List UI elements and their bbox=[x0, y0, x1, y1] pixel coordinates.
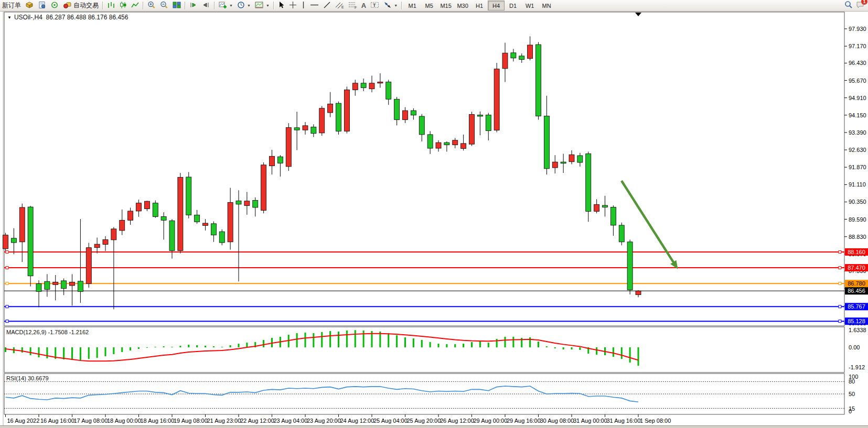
candle-bear bbox=[219, 232, 224, 243]
svg-text:96.430: 96.430 bbox=[849, 60, 866, 66]
candle-bull bbox=[436, 142, 441, 148]
candle-bear bbox=[169, 221, 175, 250]
tab-timeframe-m5[interactable]: M5 bbox=[421, 1, 437, 10]
price-axis-badge-label: 86.780 bbox=[848, 280, 865, 287]
candle-bull bbox=[403, 111, 408, 119]
line-chart-button[interactable] bbox=[129, 1, 141, 10]
auto-scroll-button[interactable] bbox=[187, 1, 200, 10]
candle-bull bbox=[244, 201, 250, 206]
periods-clock-icon bbox=[237, 1, 245, 10]
svg-text:E: E bbox=[341, 5, 344, 9]
chart-title-bar[interactable]: ▼ USOil-,H4 86.287 86.488 86.176 86.456 bbox=[7, 14, 128, 21]
candle-bear bbox=[336, 103, 341, 131]
date-label: 16 Aug 16:00 bbox=[40, 418, 74, 424]
zoom-in-icon bbox=[147, 1, 156, 10]
macd-scale-label: -1.912 bbox=[849, 364, 865, 370]
tab-timeframe-w1[interactable]: W1 bbox=[521, 1, 538, 10]
toolbar-separator bbox=[273, 2, 274, 9]
candle-bull bbox=[270, 156, 275, 166]
price-axis-badge-label: 85.767 bbox=[848, 303, 865, 310]
add-indicator-button[interactable]: ▼ bbox=[217, 1, 235, 10]
candle-bear bbox=[211, 224, 216, 235]
candle-bear bbox=[36, 284, 41, 292]
candle-bull bbox=[103, 239, 108, 244]
channel-tool-button[interactable]: E bbox=[333, 1, 346, 10]
candle-bull bbox=[344, 90, 349, 131]
zoom-out-icon bbox=[160, 1, 168, 10]
fibonacci-tool-button[interactable]: F bbox=[346, 1, 359, 10]
candle-bear bbox=[610, 207, 616, 225]
candle-bear bbox=[544, 116, 549, 169]
line-handle bbox=[6, 267, 8, 269]
new-order-label: 新订单 bbox=[2, 1, 21, 10]
chart-title: USOil-,H4 86.287 86.488 86.176 86.456 bbox=[14, 14, 128, 21]
bar-chart-button[interactable] bbox=[105, 1, 117, 10]
toolbar-separator bbox=[214, 2, 215, 9]
candle-bear bbox=[519, 56, 524, 60]
periods-button[interactable]: ▼ bbox=[235, 1, 253, 10]
candle-bear bbox=[394, 99, 400, 119]
vertical-line-tool-button[interactable] bbox=[299, 1, 308, 10]
candle-bull bbox=[469, 115, 475, 145]
tab-timeframe-m1[interactable]: M1 bbox=[404, 1, 421, 10]
notifications-button[interactable]: 1 bbox=[856, 1, 865, 10]
zoom-in-button[interactable] bbox=[145, 1, 158, 10]
rsi-scale-label: 80 bbox=[849, 378, 855, 385]
tile-windows-icon bbox=[173, 1, 181, 10]
arrows-tool-button[interactable]: ▼ bbox=[381, 1, 400, 10]
dropdown-caret-icon: ▼ bbox=[229, 4, 233, 7]
tab-timeframe-mn[interactable]: MN bbox=[538, 1, 555, 10]
candle-bull bbox=[120, 220, 125, 231]
equidistant-channel-icon: E bbox=[335, 1, 344, 10]
signals-button[interactable] bbox=[48, 1, 61, 10]
candle-bull bbox=[594, 204, 599, 211]
candle-bear bbox=[386, 82, 391, 100]
tab-timeframe-m30[interactable]: M30 bbox=[454, 1, 471, 10]
candle-bear bbox=[619, 225, 624, 242]
tab-timeframe-h1[interactable]: H1 bbox=[471, 1, 488, 10]
cursor-tool-button[interactable] bbox=[276, 1, 287, 10]
templates-button[interactable]: ▼ bbox=[253, 1, 272, 10]
text-label-icon: T bbox=[370, 1, 379, 10]
candle-bear bbox=[361, 83, 366, 88]
auto-trading-label: 自动交易 bbox=[73, 1, 99, 10]
chart-shift-button[interactable] bbox=[200, 1, 212, 10]
text-label-tool-button[interactable]: T bbox=[368, 1, 381, 10]
signals-icon bbox=[50, 1, 59, 10]
chart-canvas[interactable]: 97.93097.17096.43095.67094.91094.15093.3… bbox=[0, 11, 868, 428]
line-handle bbox=[6, 250, 8, 253]
search-icon[interactable] bbox=[844, 1, 853, 10]
candle-bull bbox=[502, 53, 508, 69]
candlestick-chart-button[interactable] bbox=[117, 1, 129, 10]
auto-trading-icon bbox=[63, 1, 72, 10]
candle-bear bbox=[511, 53, 516, 58]
candle-bull bbox=[261, 165, 266, 211]
auto-trading-button[interactable]: 自动交易 bbox=[61, 1, 101, 10]
date-axis: 16 Aug 202216 Aug 16:0017 Aug 08:0018 Au… bbox=[6, 414, 671, 424]
market-watch-button[interactable] bbox=[36, 1, 48, 10]
trendline-tool-button[interactable] bbox=[321, 1, 333, 10]
tile-windows-button[interactable] bbox=[170, 1, 183, 10]
tab-timeframe-h4[interactable]: H4 bbox=[488, 1, 505, 10]
candle-bull bbox=[303, 126, 308, 130]
market-watch-icon bbox=[38, 1, 46, 10]
tab-timeframe-d1[interactable]: D1 bbox=[505, 1, 521, 10]
zoom-out-button[interactable] bbox=[158, 1, 170, 10]
new-order-button[interactable]: 新订单 bbox=[0, 1, 23, 10]
crosshair-tool-button[interactable] bbox=[287, 1, 299, 10]
window-bottom-edge bbox=[0, 425, 868, 428]
candle-bear bbox=[195, 215, 200, 222]
date-label: 19 Aug 08:00 bbox=[174, 418, 208, 424]
dropdown-caret-icon: ▼ bbox=[394, 4, 398, 7]
horizontal-line-tool-button[interactable] bbox=[308, 1, 321, 10]
tab-timeframe-m15[interactable]: M15 bbox=[437, 1, 454, 10]
text-tool-button[interactable]: A bbox=[359, 1, 368, 10]
macd-scale-label: 1.6338 bbox=[849, 327, 866, 333]
candle-bull bbox=[144, 201, 149, 208]
profiles-button[interactable] bbox=[23, 1, 36, 10]
svg-text:91.870: 91.870 bbox=[849, 164, 866, 170]
svg-text:93.390: 93.390 bbox=[849, 129, 866, 136]
candle-bear bbox=[236, 201, 241, 204]
candle-bear bbox=[561, 162, 566, 163]
candle-bull bbox=[53, 282, 58, 285]
